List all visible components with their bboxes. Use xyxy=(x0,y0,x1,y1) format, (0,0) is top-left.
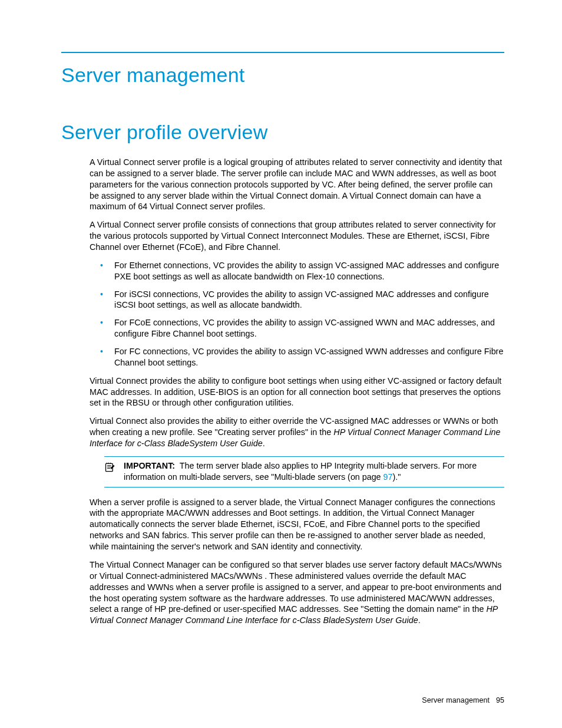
note-text: IMPORTANT: The term server blade also ap… xyxy=(124,460,504,483)
paragraph: A Virtual Connect server profile consist… xyxy=(90,219,504,253)
page-link[interactable]: 97 xyxy=(384,472,393,482)
note-label: IMPORTANT: xyxy=(124,461,175,470)
text: . xyxy=(263,439,265,448)
note-icon xyxy=(104,460,116,476)
list-item: For Ethernet connections, VC provides th… xyxy=(90,260,504,282)
text: . xyxy=(418,615,421,625)
paragraph: The Virtual Connect Manager can be confi… xyxy=(90,559,504,626)
bullet-list: For Ethernet connections, VC provides th… xyxy=(90,260,504,368)
list-item: For FC connections, VC provides the abil… xyxy=(90,346,504,368)
page-footer: Server management 95 xyxy=(422,696,504,704)
text: The term server blade also applies to HP… xyxy=(124,461,477,482)
footer-page-number: 95 xyxy=(496,696,504,704)
footer-section: Server management xyxy=(422,696,490,704)
page: Server management Server profile overvie… xyxy=(0,0,562,728)
paragraph: When a server profile is assigned to a s… xyxy=(90,497,504,552)
list-item: For iSCSI connections, VC provides the a… xyxy=(90,289,504,311)
paragraph: Virtual Connect also provides the abilit… xyxy=(90,416,504,449)
text: The Virtual Connect Manager can be confi… xyxy=(90,560,502,614)
paragraph: Virtual Connect provides the ability to … xyxy=(90,375,504,409)
heading-1: Server management xyxy=(61,64,504,87)
text: )." xyxy=(392,472,401,482)
top-rule xyxy=(61,52,504,53)
heading-2: Server profile overview xyxy=(61,121,504,144)
important-note: IMPORTANT: The term server blade also ap… xyxy=(104,456,504,487)
body-column: A Virtual Connect server profile is a lo… xyxy=(90,157,504,626)
list-item: For FCoE connections, VC provides the ab… xyxy=(90,317,504,340)
paragraph: A Virtual Connect server profile is a lo… xyxy=(90,157,504,212)
